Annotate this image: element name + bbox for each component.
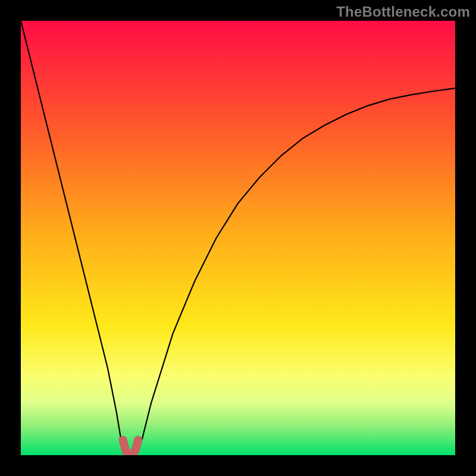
svg-rect-0 bbox=[21, 21, 455, 455]
watermark-text: TheBottleneck.com bbox=[336, 4, 470, 20]
chart-frame: TheBottleneck.com bbox=[0, 0, 476, 476]
bottleneck-chart bbox=[21, 21, 455, 455]
